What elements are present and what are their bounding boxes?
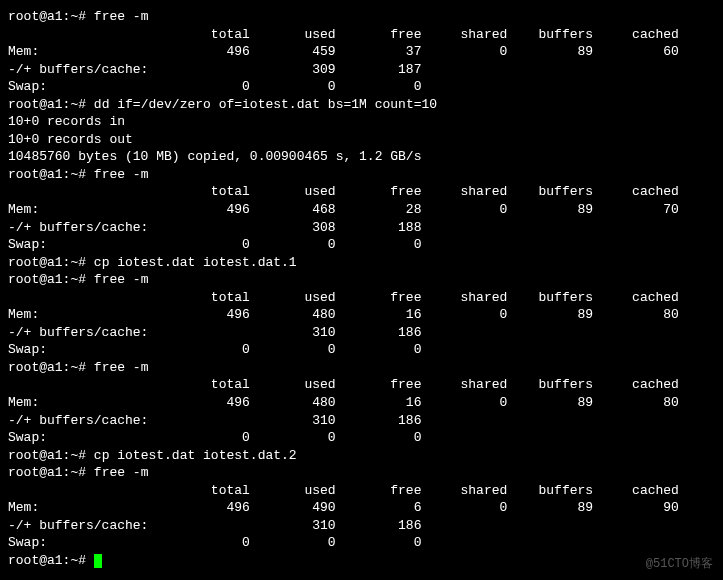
prompt: root@a1:~# xyxy=(8,553,86,568)
prompt: root@a1:~# xyxy=(8,448,86,463)
free-bufferscache-row: -/+ buffers/cache: 309 187 xyxy=(8,61,715,79)
free-mem-row: Mem: 496 480 16 0 89 80 xyxy=(8,306,715,324)
free-swap-row: Swap: 0 0 0 xyxy=(8,236,715,254)
cursor xyxy=(94,554,102,568)
command-line: root@a1:~# dd if=/dev/zero of=iotest.dat… xyxy=(8,96,715,114)
prompt: root@a1:~# xyxy=(8,167,86,182)
command-text: free -m xyxy=(94,167,149,182)
free-mem-row: Mem: 496 480 16 0 89 80 xyxy=(8,394,715,412)
command-text: free -m xyxy=(94,9,149,24)
free-mem-row: Mem: 496 459 37 0 89 60 xyxy=(8,43,715,61)
output-line: 10+0 records in xyxy=(8,113,715,131)
command-text: free -m xyxy=(94,272,149,287)
command-text: free -m xyxy=(94,360,149,375)
command-text: dd if=/dev/zero of=iotest.dat bs=1M coun… xyxy=(94,97,437,112)
prompt: root@a1:~# xyxy=(8,465,86,480)
free-header: total used free shared buffers cached xyxy=(8,482,715,500)
prompt-line[interactable]: root@a1:~# xyxy=(8,552,715,570)
free-bufferscache-row: -/+ buffers/cache: 310 186 xyxy=(8,412,715,430)
command-line: root@a1:~# free -m xyxy=(8,8,715,26)
watermark: @51CTO博客 xyxy=(646,556,713,572)
command-line: root@a1:~# cp iotest.dat iotest.dat.1 xyxy=(8,254,715,272)
prompt: root@a1:~# xyxy=(8,255,86,270)
free-header: total used free shared buffers cached xyxy=(8,289,715,307)
free-mem-row: Mem: 496 490 6 0 89 90 xyxy=(8,499,715,517)
command-line: root@a1:~# free -m xyxy=(8,271,715,289)
command-text: cp iotest.dat iotest.dat.2 xyxy=(94,448,297,463)
free-header: total used free shared buffers cached xyxy=(8,26,715,44)
command-line: root@a1:~# free -m xyxy=(8,166,715,184)
free-swap-row: Swap: 0 0 0 xyxy=(8,534,715,552)
prompt: root@a1:~# xyxy=(8,9,86,24)
command-text: cp iotest.dat iotest.dat.1 xyxy=(94,255,297,270)
output-line: 10485760 bytes (10 MB) copied, 0.0090046… xyxy=(8,148,715,166)
free-bufferscache-row: -/+ buffers/cache: 310 186 xyxy=(8,324,715,342)
free-header: total used free shared buffers cached xyxy=(8,183,715,201)
command-line: root@a1:~# cp iotest.dat iotest.dat.2 xyxy=(8,447,715,465)
free-bufferscache-row: -/+ buffers/cache: 310 186 xyxy=(8,517,715,535)
prompt: root@a1:~# xyxy=(8,360,86,375)
prompt: root@a1:~# xyxy=(8,272,86,287)
output-line: 10+0 records out xyxy=(8,131,715,149)
prompt: root@a1:~# xyxy=(8,97,86,112)
free-swap-row: Swap: 0 0 0 xyxy=(8,78,715,96)
free-header: total used free shared buffers cached xyxy=(8,376,715,394)
free-swap-row: Swap: 0 0 0 xyxy=(8,429,715,447)
free-mem-row: Mem: 496 468 28 0 89 70 xyxy=(8,201,715,219)
free-bufferscache-row: -/+ buffers/cache: 308 188 xyxy=(8,219,715,237)
terminal-output[interactable]: root@a1:~# free -m total used free share… xyxy=(8,8,715,570)
command-text: free -m xyxy=(94,465,149,480)
command-line: root@a1:~# free -m xyxy=(8,359,715,377)
free-swap-row: Swap: 0 0 0 xyxy=(8,341,715,359)
command-line: root@a1:~# free -m xyxy=(8,464,715,482)
